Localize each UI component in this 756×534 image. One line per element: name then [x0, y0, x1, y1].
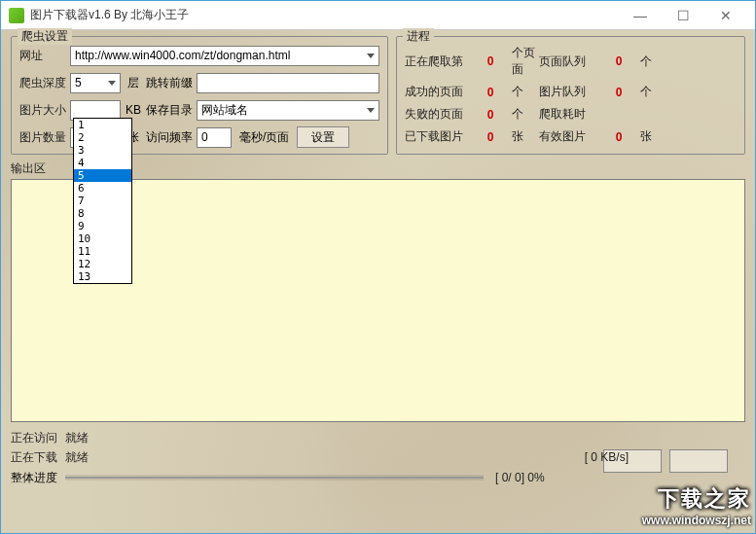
depth-option[interactable]: 5	[74, 169, 131, 182]
download-value: 就绪	[65, 449, 585, 466]
depth-option[interactable]: 2	[74, 131, 131, 144]
progress-bar-wrap: [ 0/ 0] 0%	[65, 471, 745, 484]
url-label: 网址	[19, 48, 70, 64]
size-unit: KB	[121, 103, 146, 117]
p-row1-l1: 成功的页面	[405, 84, 469, 100]
p-row3-l2: 有效图片	[539, 128, 597, 145]
app-icon	[9, 8, 24, 23]
progress-bar	[65, 475, 484, 481]
progress-group: 进程 正在爬取第 0 个页面 页面队列 0 个 成功的页面 0 个 图片队列 0…	[396, 36, 745, 155]
depth-option[interactable]: 4	[74, 157, 131, 169]
close-button[interactable]: ✕	[704, 2, 747, 29]
p-row0-u2: 个	[640, 53, 660, 70]
window-controls: — ☐ ✕	[619, 2, 747, 29]
minimize-button[interactable]: —	[619, 2, 662, 29]
depth-label: 爬虫深度	[19, 75, 70, 91]
p-row2-l1: 失败的页面	[405, 106, 469, 123]
depth-row: 爬虫深度 层 跳转前缀	[19, 72, 379, 93]
prefix-label: 跳转前缀	[146, 75, 197, 91]
count-label: 图片数量	[19, 129, 70, 146]
depth-option[interactable]: 3	[74, 144, 131, 157]
status-visit-row: 正在访问 就绪	[11, 428, 745, 447]
p-row3-v2: 0	[597, 130, 640, 144]
window-title: 图片下载器v1.6 By 北海小王子	[30, 7, 619, 23]
visit-value: 就绪	[65, 430, 745, 446]
set-button[interactable]: 设置	[297, 126, 349, 148]
visit-label: 正在访问	[11, 430, 65, 446]
savedir-select[interactable]	[197, 100, 379, 121]
url-input[interactable]	[70, 46, 379, 66]
p-row0-v1: 0	[469, 54, 512, 68]
maximize-button[interactable]: ☐	[662, 2, 704, 29]
app-window: 图片下载器v1.6 By 北海小王子 — ☐ ✕ 爬虫设置 网址 爬虫深度	[0, 0, 756, 534]
crawler-group-title: 爬虫设置	[18, 28, 72, 45]
p-row1-l2: 图片队列	[539, 84, 597, 100]
p-row2-l2: 爬取耗时	[539, 106, 597, 123]
status-rows: 正在访问 就绪 正在下载 就绪 [ 0 KB/s] 整体进度 [ 0/ 0] 0…	[11, 428, 745, 488]
p-row2-u1: 个	[512, 106, 539, 123]
overall-row: 整体进度 [ 0/ 0] 0%	[11, 467, 745, 488]
progress-group-title: 进程	[403, 28, 434, 45]
prefix-input[interactable]	[197, 73, 379, 93]
freq-input[interactable]	[197, 127, 232, 148]
overall-text: [ 0/ 0] 0%	[495, 471, 545, 484]
crawler-settings-group: 爬虫设置 网址 爬虫深度 层 跳转前缀 图片大小	[11, 36, 388, 155]
overall-label: 整体进度	[11, 470, 65, 486]
p-row3-u2: 张	[640, 128, 660, 145]
freq-label: 访问频率	[146, 129, 197, 146]
p-row3-v1: 0	[469, 130, 512, 144]
p-row3-l1: 已下载图片	[405, 128, 469, 145]
depth-option[interactable]: 10	[74, 232, 131, 245]
depth-option[interactable]: 11	[74, 245, 131, 258]
p-row0-v2: 0	[597, 54, 640, 68]
p-row1-u1: 个	[512, 84, 539, 100]
p-row1-v2: 0	[597, 86, 640, 99]
size-label: 图片大小	[19, 102, 70, 119]
status-download-row: 正在下载 就绪 [ 0 KB/s]	[11, 447, 745, 467]
p-row0-l1: 正在爬取第	[405, 53, 469, 70]
depth-option[interactable]: 1	[74, 119, 131, 131]
depth-option[interactable]: 8	[74, 207, 131, 220]
watermark-url: www.windowszj.net	[642, 514, 751, 527]
content-area: 爬虫设置 网址 爬虫深度 层 跳转前缀 图片大小	[1, 30, 755, 533]
progress-grid: 正在爬取第 0 个页面 页面队列 0 个 成功的页面 0 个 图片队列 0 个 …	[405, 45, 737, 145]
savedir-label: 保存目录	[146, 102, 197, 119]
p-row0-u1: 个页面	[512, 45, 539, 78]
titlebar: 图片下载器v1.6 By 北海小王子 — ☐ ✕	[1, 1, 755, 30]
p-row2-v1: 0	[469, 108, 512, 122]
depth-option[interactable]: 9	[74, 220, 131, 232]
download-rate: [ 0 KB/s]	[585, 450, 629, 464]
freq-unit: 毫秒/页面	[239, 129, 289, 146]
p-row1-u2: 个	[640, 84, 660, 100]
depth-option[interactable]: 12	[74, 258, 131, 270]
p-row0-l2: 页面队列	[539, 53, 597, 70]
depth-option[interactable]: 13	[74, 270, 131, 283]
download-label: 正在下载	[11, 449, 65, 466]
watermark: 下载之家 www.windowszj.net	[642, 484, 751, 527]
depth-unit: 层	[121, 75, 146, 91]
depth-option[interactable]: 7	[74, 195, 131, 207]
depth-option[interactable]: 6	[74, 182, 131, 195]
url-row: 网址	[19, 45, 379, 66]
watermark-text: 下载之家	[642, 484, 751, 514]
p-row1-v1: 0	[469, 86, 512, 99]
depth-dropdown-list[interactable]: 12345678910111213	[73, 118, 132, 284]
depth-select[interactable]	[70, 73, 121, 93]
p-row3-u1: 张	[512, 128, 539, 145]
